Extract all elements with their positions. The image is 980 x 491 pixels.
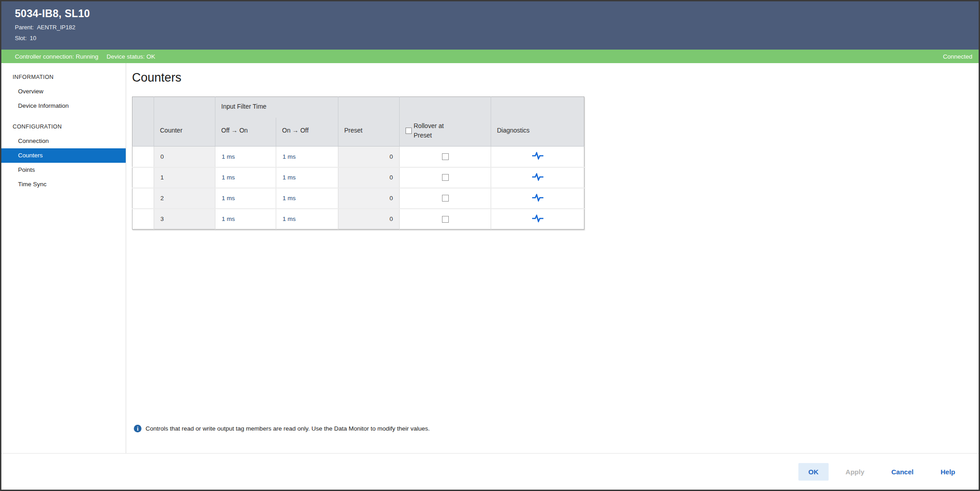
slot-value: 10 <box>30 35 36 41</box>
off-on-cell[interactable]: 1 ms <box>215 147 276 167</box>
ok-button[interactable]: OK <box>798 463 829 481</box>
rollover-checkbox[interactable] <box>442 195 449 202</box>
counter-cell: 1 <box>154 167 215 188</box>
rollover-all-checkbox[interactable] <box>406 128 412 134</box>
off-on-cell[interactable]: 1 ms <box>215 209 276 229</box>
counter-row-3: 3 1 ms 1 ms 0 <box>132 209 584 229</box>
preset-cell: 0 <box>338 167 400 188</box>
off-on-column-header: Off → On <box>215 118 276 147</box>
counter-cell: 3 <box>154 209 215 229</box>
diagnostics-cell <box>491 209 584 229</box>
content-title: Counters <box>132 71 979 85</box>
preset-cell: 0 <box>338 209 400 229</box>
diagnostics-cell <box>491 147 584 167</box>
off-on-cell[interactable]: 1 ms <box>215 167 276 188</box>
on-off-cell[interactable]: 1 ms <box>276 188 338 209</box>
sidebar-item-counters[interactable]: Counters <box>1 148 126 163</box>
parent-value: AENTR_IP182 <box>37 24 75 31</box>
counters-table: Counter Input Filter Time Preset Rollove… <box>132 96 584 229</box>
counter-cell: 0 <box>154 147 215 167</box>
cancel-button[interactable]: Cancel <box>881 463 923 481</box>
sidebar-item-points[interactable]: Points <box>1 163 126 177</box>
sidebar-item-connection[interactable]: Connection <box>1 134 126 148</box>
diagnostics-pulse-icon[interactable] <box>532 215 544 222</box>
diagnostics-cell <box>491 188 584 209</box>
controller-connection-status: Controller connection: Running <box>15 53 98 60</box>
row-selector-cell[interactable] <box>132 167 154 188</box>
preset-column-header: Preset <box>338 97 400 147</box>
row-selector-cell[interactable] <box>132 209 154 229</box>
module-properties-window: 5034-IB8, SL10 Parent:AENTR_IP182 Slot:1… <box>0 0 980 491</box>
diagnostics-pulse-icon[interactable] <box>532 194 544 202</box>
footer-button-bar: OK Apply Cancel Help <box>1 453 979 490</box>
diagnostics-column-header: Diagnostics <box>491 97 584 147</box>
rollover-checkbox[interactable] <box>442 174 449 181</box>
rollover-checkbox[interactable] <box>442 153 449 160</box>
on-off-cell[interactable]: 1 ms <box>276 209 338 229</box>
sidebar-section-label: CONFIGURATION <box>1 120 126 134</box>
sidebar-section-configuration: CONFIGURATION Connection Counters Points… <box>1 120 126 192</box>
sidebar-item-overview[interactable]: Overview <box>1 84 126 99</box>
device-status: Device status: OK <box>106 53 155 60</box>
rollover-column-header: Rollover at Preset <box>400 97 491 147</box>
counter-cell: 2 <box>154 188 215 209</box>
rollover-cell <box>400 167 491 188</box>
apply-button: Apply <box>836 463 875 481</box>
preset-cell: 0 <box>338 147 400 167</box>
counter-column-header: Counter <box>154 97 215 147</box>
info-icon: i <box>134 425 141 432</box>
input-filter-time-group-header: Input Filter Time <box>215 97 338 118</box>
sidebar: INFORMATION Overview Device Information … <box>1 63 126 453</box>
rollover-checkbox[interactable] <box>442 216 449 223</box>
slot-row: Slot:10 <box>15 35 979 41</box>
status-bar: Controller connection: Running Device st… <box>1 50 979 63</box>
counter-row-1: 1 1 ms 1 ms 0 <box>132 167 584 188</box>
connection-state-badge: Connected <box>943 53 972 60</box>
rollover-cell <box>400 147 491 167</box>
diagnostics-pulse-icon[interactable] <box>532 173 544 181</box>
sidebar-section-information: INFORMATION Overview Device Information <box>1 70 126 113</box>
help-button[interactable]: Help <box>930 463 965 481</box>
slot-label: Slot: <box>15 35 27 41</box>
page-title: 5034-IB8, SL10 <box>15 8 979 20</box>
on-off-column-header: On → Off <box>276 118 338 147</box>
off-on-cell[interactable]: 1 ms <box>215 188 276 209</box>
counters-table-body: 0 1 ms 1 ms 0 <box>132 147 584 229</box>
content-pane: Counters Counter Input Filter Time Prese… <box>126 63 979 453</box>
sidebar-section-label: INFORMATION <box>1 70 126 84</box>
counter-row-0: 0 1 ms 1 ms 0 <box>132 147 584 167</box>
sidebar-item-time-sync[interactable]: Time Sync <box>1 177 126 192</box>
row-selector-cell[interactable] <box>132 188 154 209</box>
rollover-cell <box>400 209 491 229</box>
read-only-note-text: Controls that read or write output tag m… <box>146 425 430 432</box>
on-off-cell[interactable]: 1 ms <box>276 147 338 167</box>
row-selector-cell[interactable] <box>132 147 154 167</box>
rollover-cell <box>400 188 491 209</box>
parent-row: Parent:AENTR_IP182 <box>15 24 979 31</box>
diagnostics-pulse-icon[interactable] <box>532 152 544 160</box>
counter-row-2: 2 1 ms 1 ms 0 <box>132 188 584 209</box>
title-bar: 5034-IB8, SL10 Parent:AENTR_IP182 Slot:1… <box>1 1 979 50</box>
sidebar-item-device-information[interactable]: Device Information <box>1 99 126 113</box>
diagnostics-cell <box>491 167 584 188</box>
preset-cell: 0 <box>338 188 400 209</box>
rollover-column-label: Rollover at Preset <box>414 121 455 140</box>
read-only-note: i Controls that read or write output tag… <box>134 425 430 432</box>
row-selector-column-header <box>132 97 154 147</box>
parent-label: Parent: <box>15 24 34 31</box>
on-off-cell[interactable]: 1 ms <box>276 167 338 188</box>
